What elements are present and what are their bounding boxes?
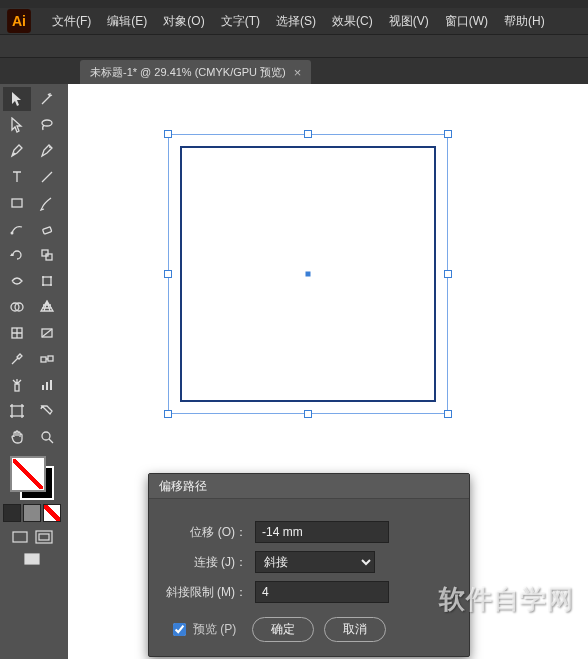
svg-point-10 [42,276,44,278]
free-transform-tool[interactable] [33,269,61,293]
screen-mode-presentation[interactable] [23,552,41,566]
svg-rect-22 [46,382,48,390]
selection-tool[interactable] [3,87,31,111]
join-select[interactable]: 斜接 [255,551,375,573]
svg-rect-23 [50,380,52,390]
shape-builder-tool[interactable] [3,295,31,319]
eyedropper-tool[interactable] [3,347,31,371]
handle-e[interactable] [444,270,452,278]
gradient-tool[interactable] [33,321,61,345]
menu-window[interactable]: 窗口(W) [437,8,496,34]
scale-tool[interactable] [33,243,61,267]
preview-checkbox-label[interactable]: 预览 (P) [169,620,236,639]
ok-button[interactable]: 确定 [252,617,314,642]
svg-rect-29 [25,554,39,564]
join-label: 连接 (J)： [159,554,247,571]
line-tool[interactable] [33,165,61,189]
handle-nw[interactable] [164,130,172,138]
shaper-tool[interactable] [3,217,31,241]
canvas[interactable]: 偏移路径 位移 (O)： 连接 (J)： 斜接 斜接限制 (M)： [68,84,588,659]
selected-artwork[interactable] [168,134,448,414]
document-tab[interactable]: 未标题-1* @ 29.41% (CMYK/GPU 预览) × [80,60,311,84]
slice-tool[interactable] [33,399,61,423]
svg-point-5 [11,232,14,235]
toolbox [0,84,68,659]
handle-n[interactable] [304,130,312,138]
handle-ne[interactable] [444,130,452,138]
menu-effect[interactable]: 效果(C) [324,8,381,34]
direct-selection-tool[interactable] [3,113,31,137]
menu-file[interactable]: 文件(F) [44,8,99,34]
fill-color-swatch[interactable] [10,456,46,492]
hand-tool[interactable] [3,425,31,449]
mesh-tool[interactable] [3,321,31,345]
screen-mode-normal[interactable] [11,530,29,544]
svg-rect-18 [41,357,46,362]
cancel-button[interactable]: 取消 [324,617,386,642]
close-icon[interactable]: × [294,66,302,79]
svg-rect-24 [12,406,22,416]
center-point-icon [306,272,311,277]
width-tool[interactable] [3,269,31,293]
color-mode-none[interactable] [43,504,61,522]
svg-rect-6 [43,227,52,234]
type-tool[interactable] [3,165,31,189]
svg-rect-19 [48,356,53,361]
menu-object[interactable]: 对象(O) [155,8,212,34]
menu-select[interactable]: 选择(S) [268,8,324,34]
color-mode-gradient[interactable] [23,504,41,522]
pen-tool[interactable] [3,139,31,163]
workspace: 偏移路径 位移 (O)： 连接 (J)： 斜接 斜接限制 (M)： [0,84,588,659]
handle-w[interactable] [164,270,172,278]
svg-rect-4 [12,199,22,207]
preview-label: 预览 (P) [193,621,236,638]
svg-rect-28 [39,534,49,540]
miter-label: 斜接限制 (M)： [159,584,247,601]
screen-mode-full[interactable] [35,530,53,544]
offset-input[interactable] [255,521,389,543]
rectangle-tool[interactable] [3,191,31,215]
tab-title: 未标题-1* @ 29.41% (CMYK/GPU 预览) [90,60,286,84]
color-selector[interactable] [2,456,62,568]
magic-wand-tool[interactable] [33,87,61,111]
menu-view[interactable]: 视图(V) [381,8,437,34]
menu-help[interactable]: 帮助(H) [496,8,553,34]
svg-rect-7 [42,250,48,256]
app-logo-icon: Ai [6,8,32,34]
paintbrush-tool[interactable] [33,191,61,215]
menu-type[interactable]: 文字(T) [213,8,268,34]
blend-tool[interactable] [33,347,61,371]
svg-point-11 [50,276,52,278]
watermark-sub: RJZXW.COM [496,620,574,631]
svg-point-3 [49,146,51,148]
menu-edit[interactable]: 编辑(E) [99,8,155,34]
tab-bar: 未标题-1* @ 29.41% (CMYK/GPU 预览) × [0,58,588,84]
dialog-title: 偏移路径 [149,474,469,499]
svg-rect-26 [13,532,27,542]
eraser-tool[interactable] [33,217,61,241]
offset-path-dialog: 偏移路径 位移 (O)： 连接 (J)： 斜接 斜接限制 (M)： [148,473,470,657]
zoom-tool[interactable] [33,425,61,449]
handle-se[interactable] [444,410,452,418]
lasso-tool[interactable] [33,113,61,137]
rotate-tool[interactable] [3,243,31,267]
perspective-grid-tool[interactable] [33,295,61,319]
curvature-tool[interactable] [33,139,61,163]
symbol-sprayer-tool[interactable] [3,373,31,397]
handle-sw[interactable] [164,410,172,418]
miter-input[interactable] [255,581,389,603]
color-mode-solid[interactable] [3,504,21,522]
svg-rect-21 [42,385,44,390]
menubar: Ai 文件(F) 编辑(E) 对象(O) 文字(T) 选择(S) 效果(C) 视… [0,8,588,35]
svg-point-13 [50,284,52,286]
handle-s[interactable] [304,410,312,418]
svg-point-25 [42,432,50,440]
svg-text:Ai: Ai [12,13,26,29]
titlebar [0,0,588,8]
preview-checkbox[interactable] [173,623,186,636]
svg-rect-9 [43,277,51,285]
artboard-tool[interactable] [3,399,31,423]
svg-rect-8 [46,254,52,260]
column-graph-tool[interactable] [33,373,61,397]
svg-rect-20 [15,384,19,391]
